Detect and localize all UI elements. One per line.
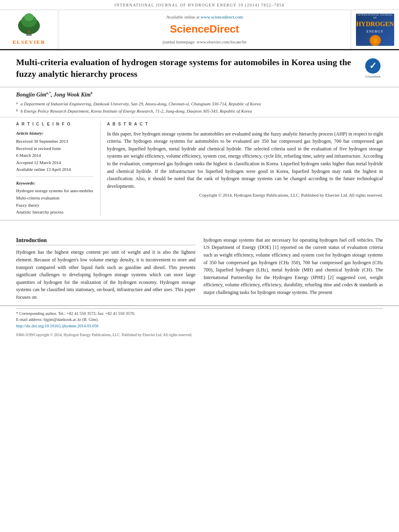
keyword-0: Hydrogen storage systems for auto-mobile… — [16, 187, 94, 195]
sciencedirect-title: ScienceDirect — [170, 22, 239, 36]
intro-right-text: hydrogen storage systems that are necess… — [204, 236, 383, 296]
introduction-heading: Introduction — [16, 236, 195, 246]
crossmark-label: CrossMark — [365, 74, 381, 79]
corresponding-footnote: * Corresponding author. Tel.: +82 41 550… — [16, 310, 383, 317]
abstract-text: In this paper, five hydrogen storage sys… — [107, 130, 383, 190]
section-gap — [0, 220, 399, 230]
intro-right: hydrogen storage systems that are necess… — [204, 236, 383, 301]
introduction-section: Introduction Hydrogen has the highest en… — [0, 230, 399, 306]
intro-left: Introduction Hydrogen has the highest en… — [16, 236, 195, 301]
hydrogen-logo: International Journal of HYDROGEN ENERGY — [351, 10, 399, 49]
history-item-1: Received in revised form — [16, 145, 94, 152]
article-history-block: Received 30 September 2013 Received in r… — [16, 138, 94, 173]
article-main-title: Multi-criteria evaluation of hydrogen st… — [16, 57, 359, 80]
keywords-label: Keywords: — [16, 180, 94, 186]
authors-section: Bongjin Gima,*, Jong Wook Kimb a a Depar… — [0, 87, 399, 117]
doi-footnote: http://dx.doi.org/10.1016/j.ijhydene.201… — [16, 323, 383, 329]
article-info-abstract-section: A R T I C L E I N F O Article history: R… — [0, 117, 399, 220]
abstract-copyright: Copyright © 2014, Hydrogen Energy Public… — [107, 192, 383, 198]
available-online-text: Available online at www.sciencedirect.co… — [166, 14, 243, 20]
history-item-0: Received 30 September 2013 — [16, 138, 94, 145]
crossmark-badge[interactable]: ✓ CrossMark — [363, 58, 383, 79]
history-item-3: Accepted 12 March 2014 — [16, 159, 94, 166]
abstract-title: A B S T R A C T — [107, 121, 383, 127]
affiliation-b: b b Energy Policy Research Department, K… — [16, 108, 383, 115]
authors-line: Bongjin Gima,*, Jong Wook Kimb — [16, 90, 383, 99]
keyword-2: Fuzzy theory — [16, 202, 94, 209]
journal-homepage: journal homepage: www.elsevier.com/locat… — [162, 39, 247, 45]
elsevier-tree-icon — [11, 13, 47, 37]
crossmark-icon: ✓ — [365, 58, 380, 74]
sciencedirect-url[interactable]: www.sciencedirect.com — [201, 14, 243, 19]
journal-banner: INTERNATIONAL JOURNAL OF HYDROGEN ENERGY… — [0, 0, 399, 10]
intro-left-text: Hydrogen has the highest energy content … — [16, 249, 195, 301]
elsevier-logo: ELSEVIER — [0, 10, 58, 49]
page-header: ELSEVIER Available online at www.science… — [0, 10, 399, 50]
hydrogen-word: HYDROGEN — [356, 20, 394, 29]
email-footnote: E-mail address: bjgim@dankook.ac.kr (B. … — [16, 316, 383, 323]
doi-link[interactable]: http://dx.doi.org/10.1016/j.ijhydene.201… — [16, 324, 99, 328]
bottom-bar: 0360-3199/Copyright © 2014, Hydrogen Ene… — [0, 331, 399, 339]
svg-point-3 — [24, 13, 33, 21]
keyword-3: Analytic hierarchy process — [16, 209, 94, 216]
center-header: Available online at www.sciencedirect.co… — [58, 10, 351, 49]
footnote-section: * Corresponding author. Tel.: +82 41 550… — [0, 306, 399, 331]
article-title-text: Multi-criteria evaluation of hydrogen st… — [16, 57, 359, 83]
affiliation-a: a a Department of Industrial Engineering… — [16, 101, 383, 107]
keyword-1: Multi-criteria evaluation — [16, 195, 94, 202]
article-title-section: Multi-criteria evaluation of hydrogen st… — [0, 50, 399, 87]
elsevier-label: ELSEVIER — [12, 39, 45, 46]
energy-word: ENERGY — [366, 29, 384, 34]
hydrogen-intl-text: International Journal of — [356, 14, 394, 20]
article-info-col: A R T I C L E I N F O Article history: R… — [16, 121, 101, 216]
abstract-col: A B S T R A C T In this paper, five hydr… — [101, 121, 383, 216]
article-info-title: A R T I C L E I N F O — [16, 121, 94, 127]
divider-1 — [16, 177, 94, 177]
article-history-label: Article history: — [16, 130, 94, 136]
hydrogen-logo-box: International Journal of HYDROGEN ENERGY — [356, 14, 394, 46]
history-item-2: 6 March 2014 — [16, 152, 94, 159]
svg-rect-4 — [28, 31, 30, 34]
history-item-4: Available online 13 April 2014 — [16, 166, 94, 173]
affiliations: a a Department of Industrial Engineering… — [16, 101, 383, 115]
